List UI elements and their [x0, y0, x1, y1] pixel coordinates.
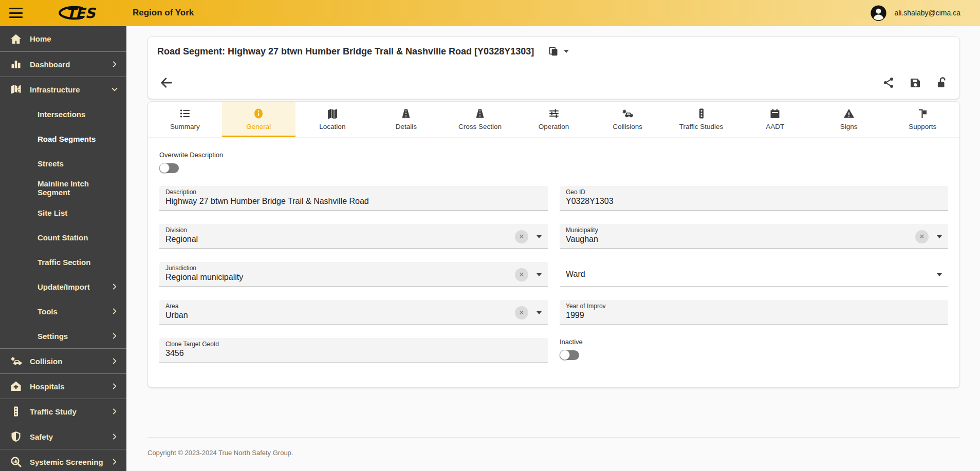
inactive-toggle[interactable]: [560, 350, 579, 360]
sidebar-item-label: Infrastructure: [30, 85, 80, 94]
tab-general[interactable]: General: [222, 102, 296, 137]
chevron-down-icon[interactable]: [564, 50, 569, 53]
hospital-icon: [9, 380, 23, 393]
menu-icon[interactable]: [9, 8, 23, 18]
sidebar-item-hospitals[interactable]: Hospitals: [0, 373, 126, 399]
clone-target-geoid-field[interactable]: Clone Target GeoId: [159, 338, 548, 363]
sidebar-item-infrastructure[interactable]: Infrastructure: [0, 77, 126, 102]
area-field[interactable]: Area: [159, 300, 548, 325]
geo-id-field[interactable]: Geo ID: [560, 186, 948, 211]
year-of-improv-field[interactable]: Year of Improv: [560, 300, 948, 325]
user-email[interactable]: ali.shalaby@cima.ca: [894, 9, 960, 17]
back-button[interactable]: [159, 76, 174, 90]
user-avatar-icon[interactable]: [870, 5, 887, 22]
clear-icon[interactable]: [515, 268, 528, 281]
chevron-down-icon[interactable]: [937, 235, 942, 238]
tab-aadt[interactable]: AADT: [738, 102, 812, 137]
municipality-input[interactable]: [566, 234, 897, 244]
sidebar-item-site-list[interactable]: Site List: [0, 200, 126, 225]
sidebar-item-home[interactable]: Home: [0, 26, 126, 51]
tab-label: Signs: [840, 123, 858, 130]
topbar: TES Region of York ali.shalaby@cima.ca: [0, 0, 980, 26]
unlock-button[interactable]: [936, 77, 948, 89]
sliders-icon: [548, 107, 560, 120]
warning-triangle-icon: [843, 107, 855, 120]
chevron-right-icon: [111, 383, 118, 390]
record-detail-card: Summary General Location Details Cross S…: [147, 101, 960, 388]
sidebar-item-traffic-section[interactable]: Traffic Section: [0, 250, 126, 274]
chevron-down-icon[interactable]: [537, 235, 542, 238]
chevron-right-icon: [111, 408, 118, 415]
sidebar-item-collision[interactable]: Collision: [0, 348, 126, 373]
tab-cross-section[interactable]: Cross Section: [443, 102, 517, 137]
sidebar-item-label: Traffic Study: [30, 407, 77, 416]
shield-icon: [9, 430, 23, 443]
ward-field[interactable]: Ward: [560, 262, 948, 287]
division-input[interactable]: [165, 234, 496, 244]
sub-item-label: Intersections: [38, 110, 85, 119]
sidebar-item-streets[interactable]: Streets: [0, 151, 126, 176]
save-button[interactable]: [909, 77, 921, 89]
jurisdiction-input[interactable]: [165, 272, 496, 282]
sidebar-item-intersections[interactable]: Intersections: [0, 102, 126, 126]
jurisdiction-field[interactable]: Jurisdiction: [159, 262, 548, 287]
traffic-light-icon: [9, 405, 23, 418]
tab-label: Details: [396, 123, 417, 130]
road-icon: [400, 107, 412, 120]
sidebar-item-tools[interactable]: Tools: [0, 299, 126, 324]
chevron-down-icon[interactable]: [537, 311, 542, 314]
description-input[interactable]: [165, 196, 542, 206]
chevron-down-icon[interactable]: [937, 273, 942, 276]
description-label: Description: [165, 189, 542, 196]
sidebar-item-road-segments[interactable]: Road Segments: [0, 126, 126, 151]
road-icon: [474, 107, 486, 120]
sidebar-item-safety[interactable]: Safety: [0, 424, 126, 449]
clear-icon[interactable]: [515, 230, 528, 243]
sidebar-item-update-import[interactable]: Update/Import: [0, 274, 126, 299]
clear-icon[interactable]: [915, 230, 929, 243]
year-of-improv-input[interactable]: [566, 310, 942, 320]
clear-icon[interactable]: [515, 306, 528, 319]
geo-id-input[interactable]: [566, 196, 942, 206]
overwrite-description-toggle[interactable]: [159, 163, 179, 173]
share-button[interactable]: [882, 77, 895, 89]
tab-label: Cross Section: [458, 123, 502, 130]
region-title: Region of York: [133, 8, 194, 18]
page-title: Road Segment: Highway 27 btwn Humber Bri…: [157, 46, 534, 57]
sidebar-item-label: Home: [30, 34, 51, 43]
tab-collisions[interactable]: Collisions: [590, 102, 664, 137]
tab-label: Summary: [170, 123, 200, 130]
tab-signs[interactable]: Signs: [812, 102, 886, 137]
tab-traffic-studies[interactable]: Traffic Studies: [664, 102, 738, 137]
clone-target-geoid-input[interactable]: [165, 348, 542, 358]
copy-button[interactable]: [548, 46, 569, 56]
sidebar-item-traffic-study[interactable]: Traffic Study: [0, 399, 126, 424]
inactive-label: Inactive: [560, 338, 948, 346]
division-label: Division: [165, 227, 496, 234]
sidebar-item-label: Systemic Screening: [30, 458, 103, 466]
tab-label: General: [246, 123, 271, 130]
chevron-right-icon: [111, 458, 118, 465]
description-field[interactable]: Description: [159, 186, 548, 211]
tab-details[interactable]: Details: [369, 102, 443, 137]
info-icon: [252, 107, 265, 120]
sidebar-item-count-station[interactable]: Count Station: [0, 225, 126, 250]
sidebar-item-mainline-intch-segment[interactable]: Mainline Intch Segment: [0, 176, 126, 200]
tab-supports[interactable]: Supports: [885, 102, 959, 137]
division-field[interactable]: Division: [159, 224, 548, 249]
tab-location[interactable]: Location: [295, 102, 369, 137]
clone-target-geoid-label: Clone Target GeoId: [165, 341, 542, 348]
municipality-field[interactable]: Municipality: [560, 224, 948, 249]
home-icon: [9, 32, 23, 46]
tab-summary[interactable]: Summary: [148, 102, 222, 137]
sign-post-icon: [916, 107, 929, 120]
sidebar-item-settings[interactable]: Settings: [0, 324, 126, 348]
tab-label: Collisions: [613, 123, 642, 130]
chevron-down-icon: [111, 86, 118, 93]
area-input[interactable]: [165, 310, 496, 320]
car-crash-icon: [621, 107, 634, 120]
tab-operation[interactable]: Operation: [517, 102, 591, 137]
sidebar-item-dashboard[interactable]: Dashboard: [0, 51, 126, 77]
chevron-down-icon[interactable]: [537, 273, 542, 276]
sidebar-item-systemic-screening[interactable]: Systemic Screening: [0, 449, 126, 471]
